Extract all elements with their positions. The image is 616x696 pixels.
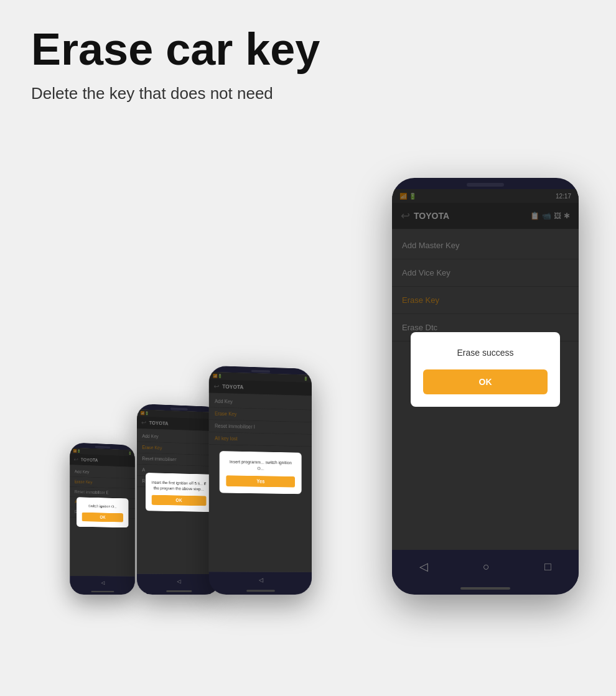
page-title: Erase car key — [31, 25, 585, 74]
phones-container: 📶🔋 🔋 ↩ TOYOTA Add Key Erase Key Reset im… — [0, 147, 616, 613]
earpiece-3 — [251, 370, 270, 373]
earpiece-4 — [467, 183, 504, 187]
phone-3: 📶🔋 🔋 ↩ TOYOTA Add Key Erase Key Reset im… — [209, 366, 312, 595]
nav-back-4[interactable]: ◁ — [419, 560, 428, 573]
page-subtitle: Delete the key that does not need — [31, 84, 585, 103]
phone-4: 📶 🔋 12:17 ↩ TOYOTA 📋 📹 🖼 ✱ Add Master Ke… — [392, 178, 579, 595]
nav-bar-2: ◁ — [137, 574, 220, 589]
dialog-box-4: Erase success OK — [411, 332, 560, 407]
dialog-text-3: Insert programm... switch ignition O... — [226, 459, 295, 472]
dialog-overlay-4: Erase success OK — [392, 189, 579, 550]
home-indicator-2 — [166, 590, 192, 592]
dialog-ok-btn-4[interactable]: OK — [423, 369, 548, 394]
nav-home-4[interactable]: ○ — [483, 560, 490, 573]
dialog-box-3: Insert programm... switch ignition O... … — [220, 451, 302, 494]
phone-1-screen: 📶🔋 🔋 ↩ TOYOTA Add Key Erase Key Reset im… — [70, 448, 134, 577]
nav-recent-4[interactable]: □ — [544, 560, 551, 573]
phone-3-screen: 📶🔋 🔋 ↩ TOYOTA Add Key Erase Key Reset im… — [209, 372, 312, 572]
page-container: Erase car key Delete the key that does n… — [0, 0, 616, 147]
nav-bar-4: ◁ ○ □ — [392, 550, 579, 583]
dialog-title-4: Erase success — [423, 347, 548, 360]
home-indicator-3 — [246, 590, 274, 592]
phone-2: 📶🔋 🔋 ↩ TOYOTA Add Key Erase Key Reset im… — [137, 404, 220, 595]
dialog-box-2: Insert the first ignition off 5 ti... If… — [146, 473, 212, 512]
dialog-yes-btn-3[interactable]: Yes — [226, 476, 295, 488]
dialog-text-1: Switch ignition O... — [82, 504, 123, 509]
phone-3-frame: 📶🔋 🔋 ↩ TOYOTA Add Key Erase Key Reset im… — [209, 366, 312, 595]
phone-2-screen: 📶🔋 🔋 ↩ TOYOTA Add Key Erase Key Reset im… — [137, 409, 220, 574]
dialog-overlay-3: Insert programm... switch ignition O... … — [209, 372, 312, 572]
phone-1: 📶🔋 🔋 ↩ TOYOTA Add Key Erase Key Reset im… — [70, 443, 134, 595]
phone-4-frame: 📶 🔋 12:17 ↩ TOYOTA 📋 📹 🖼 ✱ Add Master Ke… — [392, 178, 579, 595]
dialog-overlay-1: Switch ignition O... OK — [70, 448, 134, 577]
nav-back-3[interactable]: ◁ — [259, 577, 263, 583]
dialog-ok-btn-2[interactable]: OK — [151, 495, 206, 506]
phone-1-frame: 📶🔋 🔋 ↩ TOYOTA Add Key Erase Key Reset im… — [70, 443, 134, 595]
dialog-box-1: Switch ignition O... OK — [77, 498, 129, 528]
nav-bar-3: ◁ — [209, 572, 312, 588]
nav-bar-1: ◁ — [70, 576, 134, 589]
nav-back-1[interactable]: ◁ — [101, 580, 105, 586]
dialog-overlay-2: Insert the first ignition off 5 ti... If… — [137, 409, 220, 574]
dialog-ok-btn-1[interactable]: OK — [82, 513, 123, 522]
home-indicator-4 — [460, 587, 510, 590]
nav-back-2[interactable]: ◁ — [177, 578, 180, 585]
dialog-text-2: Insert the first ignition off 5 ti... If… — [151, 480, 206, 492]
phone-4-screen: 📶 🔋 12:17 ↩ TOYOTA 📋 📹 🖼 ✱ Add Master Ke… — [392, 189, 579, 550]
home-indicator-1 — [91, 591, 114, 593]
phone-2-frame: 📶🔋 🔋 ↩ TOYOTA Add Key Erase Key Reset im… — [137, 404, 220, 595]
